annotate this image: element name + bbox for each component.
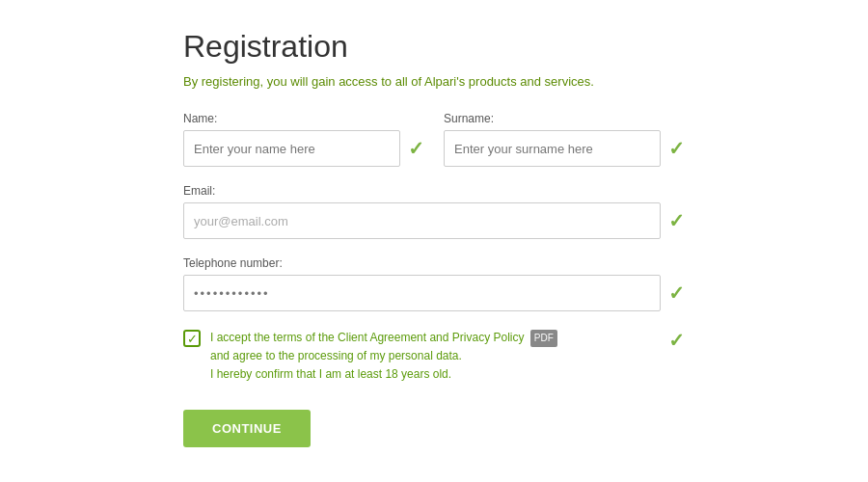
name-field-group: Name: ✓ <box>183 112 424 167</box>
terms-check-icon: ✓ <box>668 329 685 352</box>
checkbox-checkmark: ✓ <box>187 333 198 345</box>
surname-check-icon: ✓ <box>668 137 685 160</box>
name-surname-row: Name: ✓ Surname: ✓ <box>183 112 685 167</box>
pdf-badge: PDF <box>530 330 557 347</box>
surname-field-group: Surname: ✓ <box>444 112 685 167</box>
form-container: Registration By registering, you will ga… <box>183 29 685 447</box>
page-container: Registration By registering, you will ga… <box>0 0 868 482</box>
terms-line3: I hereby confirm that I am at least 18 y… <box>210 365 659 384</box>
email-check-icon: ✓ <box>668 209 685 232</box>
surname-input-wrapper: ✓ <box>444 130 685 167</box>
surname-input[interactable] <box>444 130 661 167</box>
terms-line2: and agree to the processing of my person… <box>210 347 659 365</box>
name-input-wrapper: ✓ <box>183 130 424 167</box>
email-input-wrapper: ✓ <box>183 202 685 239</box>
telephone-input-wrapper: ✓ <box>183 275 685 311</box>
terms-line1: I accept the terms of the Client Agreeme… <box>210 329 659 347</box>
name-label: Name: <box>183 112 424 125</box>
subtitle-text: By registering, you will gain access to … <box>183 74 424 89</box>
telephone-row: Telephone number: ✓ <box>183 256 685 311</box>
terms-text-block: I accept the terms of the Client Agreeme… <box>210 329 659 385</box>
telephone-check-icon: ✓ <box>668 281 685 305</box>
page-title: Registration <box>183 29 685 65</box>
name-check-icon: ✓ <box>408 137 424 160</box>
surname-label: Surname: <box>444 112 685 125</box>
terms-checkbox[interactable]: ✓ <box>183 330 201 347</box>
subtitle: By registering, you will gain access to … <box>183 74 685 89</box>
name-input[interactable] <box>183 130 400 167</box>
telephone-label: Telephone number: <box>183 256 685 270</box>
terms-pre-text: I accept the terms of the Client Agreeme… <box>210 331 452 344</box>
email-field-group: Email: ✓ <box>183 184 685 239</box>
email-row: Email: ✓ <box>183 184 685 239</box>
telephone-field-group: Telephone number: ✓ <box>183 256 685 311</box>
subtitle-suffix: products and services. <box>465 74 594 89</box>
telephone-input[interactable] <box>183 275 661 311</box>
brand-name: Alpari's <box>424 74 465 89</box>
terms-row: ✓ I accept the terms of the Client Agree… <box>183 329 685 385</box>
email-input[interactable] <box>183 202 661 239</box>
terms-privacy-link[interactable]: Privacy Policy <box>452 331 525 344</box>
email-label: Email: <box>183 184 685 198</box>
continue-button[interactable]: CONTINUE <box>183 410 311 447</box>
